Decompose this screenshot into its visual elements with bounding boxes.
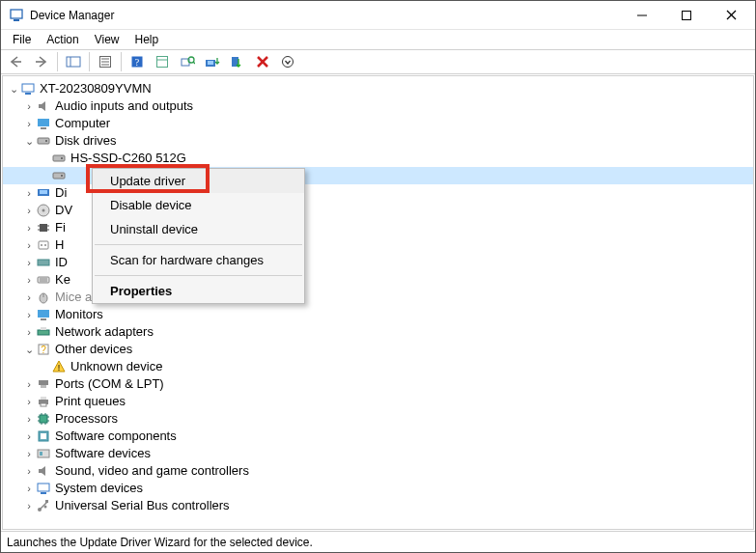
menu-view[interactable]: View <box>87 31 127 48</box>
tree-label: Universal Serial Bus controllers <box>55 497 230 514</box>
expand-toggle[interactable]: › <box>22 271 36 289</box>
context-item-label: Update driver <box>110 174 185 188</box>
statusbar: Launches the Update Driver Wizard for th… <box>1 531 755 552</box>
software-component-icon <box>36 429 51 444</box>
svg-rect-3 <box>683 11 691 19</box>
tree-label: H <box>55 236 64 254</box>
tree-node-ports[interactable]: › Ports (COM & LPT) <box>3 375 753 393</box>
tree-node-audio[interactable]: › Audio inputs and outputs <box>3 97 753 115</box>
svg-rect-14 <box>157 57 168 68</box>
tree-root[interactable]: ⌄ XT-20230809YVMN <box>3 80 753 97</box>
expand-toggle[interactable]: ⌄ <box>22 341 36 358</box>
svg-rect-47 <box>38 260 49 265</box>
expand-toggle[interactable]: › <box>22 202 36 219</box>
tree-node-usb[interactable]: › Universal Serial Bus controllers <box>3 497 753 514</box>
context-update-driver[interactable]: Update driver <box>93 169 304 193</box>
menu-file[interactable]: File <box>5 31 39 48</box>
tree-label: Network adapters <box>55 323 154 341</box>
context-disable-device[interactable]: Disable device <box>93 193 304 217</box>
tree-node-monitors[interactable]: › Monitors <box>3 306 753 323</box>
speaker-icon <box>36 98 51 114</box>
expand-toggle[interactable]: › <box>22 375 36 393</box>
expand-toggle[interactable]: › <box>22 97 36 115</box>
expand-toggle[interactable]: › <box>22 236 36 254</box>
expand-toggle[interactable]: › <box>22 219 36 236</box>
action-icon-button[interactable] <box>151 51 174 72</box>
expand-toggle[interactable]: › <box>22 289 36 306</box>
tree-node-sound[interactable]: › Sound, video and game controllers <box>3 462 753 480</box>
menu-help[interactable]: Help <box>127 31 167 48</box>
expand-toggle[interactable]: ⌄ <box>7 80 20 97</box>
tree-node-processors[interactable]: › Processors <box>3 410 753 428</box>
tree-label: Ke <box>55 271 70 289</box>
window-buttons <box>620 1 753 30</box>
down-action-button[interactable] <box>276 51 299 72</box>
tree-node-software-components[interactable]: › Software components <box>3 428 753 445</box>
expand-toggle[interactable]: › <box>22 462 36 480</box>
svg-rect-28 <box>41 127 46 129</box>
minimize-button[interactable] <box>620 1 664 30</box>
close-button[interactable] <box>709 1 753 30</box>
tree-node-ssd[interactable]: HS-SSD-C260 512G <box>3 150 753 167</box>
svg-rect-26 <box>25 93 31 95</box>
uninstall-device-toolbar-button[interactable] <box>251 51 274 72</box>
forward-button[interactable] <box>30 51 53 72</box>
tree-node-software-devices[interactable]: › Software devices <box>3 445 753 462</box>
tree-label: Computer <box>55 115 110 132</box>
context-properties[interactable]: Properties <box>93 279 304 303</box>
tree-node-network[interactable]: › Network adapters <box>3 323 753 341</box>
tree-label: HS-SSD-C260 512G <box>70 150 186 167</box>
expand-toggle[interactable]: › <box>22 445 36 462</box>
svg-point-34 <box>61 175 63 177</box>
svg-point-32 <box>61 157 63 159</box>
properties-button[interactable] <box>94 51 117 72</box>
warning-icon: ! <box>51 359 67 374</box>
svg-rect-75 <box>41 433 46 439</box>
tree-label: DV <box>55 202 72 219</box>
svg-rect-36 <box>40 190 47 194</box>
expand-toggle[interactable]: › <box>22 480 36 497</box>
tree-label: Other devices <box>55 341 132 358</box>
tree-node-unknown-device[interactable]: ! Unknown device <box>3 358 753 375</box>
tree-label: XT-20230809YVMN <box>40 80 152 97</box>
display-adapter-icon <box>36 185 51 201</box>
menu-action[interactable]: Action <box>39 31 86 48</box>
expand-toggle[interactable]: › <box>22 184 36 202</box>
expand-toggle[interactable]: › <box>22 428 36 445</box>
window-title: Device Manager <box>30 9 620 22</box>
tree-label: Software devices <box>55 445 151 462</box>
tree-node-other-devices[interactable]: ⌄ ? Other devices <box>3 341 753 358</box>
context-scan-hardware[interactable]: Scan for hardware changes <box>93 248 304 272</box>
expand-toggle[interactable]: › <box>22 497 36 514</box>
back-button[interactable] <box>5 51 28 72</box>
disable-device-toolbar-button[interactable] <box>226 51 249 72</box>
expand-toggle[interactable]: › <box>22 306 36 323</box>
update-driver-toolbar-button[interactable] <box>201 51 224 72</box>
device-manager-window: Device Manager File Action View Help ? <box>0 0 756 553</box>
expand-toggle[interactable]: › <box>22 410 36 428</box>
svg-rect-20 <box>208 61 213 65</box>
statusbar-text: Launches the Update Driver Wizard for th… <box>7 536 313 549</box>
svg-text:?: ? <box>135 57 140 68</box>
expand-toggle[interactable]: › <box>22 323 36 341</box>
tree-node-print-queues[interactable]: › Print queues <box>3 393 753 410</box>
scan-hardware-button[interactable] <box>176 51 199 72</box>
context-separator <box>95 275 302 276</box>
tree-node-system-devices[interactable]: › System devices <box>3 480 753 497</box>
show-hide-tree-button[interactable] <box>62 51 85 72</box>
context-item-label: Uninstall device <box>110 222 198 236</box>
tree-node-disk-drives[interactable]: ⌄ Disk drives <box>3 132 753 150</box>
svg-rect-65 <box>40 415 47 423</box>
help-button[interactable]: ? <box>126 51 149 72</box>
expand-toggle[interactable]: › <box>22 393 36 410</box>
expand-toggle[interactable]: › <box>22 254 36 271</box>
maximize-button[interactable] <box>664 1 709 30</box>
expand-toggle[interactable]: › <box>22 115 36 132</box>
ports-icon <box>36 376 51 392</box>
context-uninstall-device[interactable]: Uninstall device <box>93 217 304 241</box>
device-tree-panel[interactable]: ⌄ XT-20230809YVMN › Audio inputs and out… <box>2 75 754 530</box>
svg-rect-33 <box>53 173 65 179</box>
tree-node-computer[interactable]: › Computer <box>3 115 753 132</box>
tree-label: Audio inputs and outputs <box>55 97 193 115</box>
expand-toggle[interactable]: ⌄ <box>22 132 36 150</box>
